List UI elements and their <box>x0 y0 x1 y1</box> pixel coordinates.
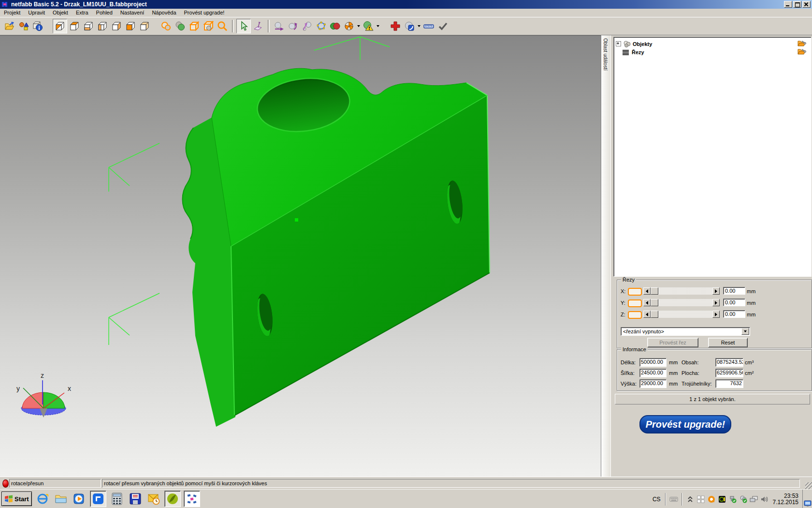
expand-icon[interactable] <box>616 41 621 46</box>
measure-icon[interactable] <box>422 19 435 33</box>
scroll-left-icon[interactable] <box>643 287 651 295</box>
scroll-right-icon[interactable] <box>712 299 720 306</box>
cut-y-value-input[interactable] <box>723 299 745 306</box>
save-floppy-icon[interactable] <box>128 491 143 507</box>
scroll-right-icon[interactable] <box>712 311 720 318</box>
zoom-icon[interactable] <box>216 19 229 33</box>
menu-objekt[interactable]: Objekt <box>49 9 72 17</box>
nvidia-icon[interactable] <box>718 495 726 504</box>
repair-warning-dropdown-icon[interactable] <box>376 19 380 33</box>
triangles-value[interactable]: 7632 <box>715 379 743 388</box>
object-tree[interactable]: Objekty Řezy <box>613 37 812 277</box>
show-desktop-button[interactable] <box>802 490 812 508</box>
repair-warning-icon[interactable] <box>362 19 375 33</box>
menu-upravit[interactable]: Upravit <box>24 9 49 17</box>
view-top-icon[interactable] <box>68 19 81 33</box>
view-front-icon[interactable] <box>124 19 137 33</box>
tree-item-objects[interactable]: Objekty <box>616 40 808 48</box>
cut-z-value-input[interactable] <box>723 310 745 318</box>
scroll-thumb[interactable] <box>651 311 658 318</box>
scroll-thumb[interactable] <box>651 299 658 306</box>
collision-icon[interactable] <box>328 19 342 33</box>
menu-projekt[interactable]: Projekt <box>0 9 24 17</box>
cut-mode-select[interactable]: <řezání vypnuto> <box>621 327 750 336</box>
file-explorer-icon[interactable] <box>53 491 69 507</box>
scroll-right-icon[interactable] <box>712 287 720 295</box>
project-info-icon[interactable] <box>31 19 44 33</box>
select-cursor-icon[interactable] <box>236 19 251 33</box>
menu-napoveda[interactable]: Nápověda <box>148 9 180 17</box>
volume-icon[interactable] <box>760 495 769 504</box>
platform-icon[interactable] <box>188 19 201 33</box>
width-value[interactable]: 24500.00 <box>639 369 667 377</box>
rotate-part-icon[interactable] <box>286 19 300 33</box>
validate-icon[interactable] <box>436 19 450 33</box>
clock[interactable]: 23:53 7.12.2015 <box>773 493 798 506</box>
minimize-button[interactable] <box>784 1 792 8</box>
keyboard-icon[interactable] <box>669 495 678 504</box>
volume-value[interactable]: 0875243.52 <box>715 358 743 367</box>
scroll-track[interactable] <box>658 287 712 295</box>
cut-tool-icon[interactable] <box>342 19 356 33</box>
open-project-icon[interactable] <box>3 19 16 33</box>
select-parts-icon[interactable] <box>160 19 173 33</box>
calculator-icon[interactable] <box>109 491 125 507</box>
network-icon[interactable] <box>750 495 758 504</box>
scroll-left-icon[interactable] <box>643 299 651 306</box>
view-iso-icon[interactable] <box>53 19 67 33</box>
open-folder-settings-icon[interactable] <box>798 48 806 55</box>
media-player-icon[interactable] <box>72 491 87 507</box>
part-in-box-icon[interactable] <box>202 19 215 33</box>
scroll-thumb[interactable] <box>651 287 658 295</box>
free-select-icon[interactable] <box>314 19 328 33</box>
area-value[interactable]: 6259906.56 <box>715 369 743 377</box>
view-left-icon[interactable] <box>96 19 109 33</box>
netfabb-taskbar-icon[interactable] <box>184 491 200 507</box>
sync-status-icon[interactable] <box>739 495 748 504</box>
upgrade-button[interactable]: Provést upgrade! <box>639 415 731 433</box>
windows-tray-icon[interactable] <box>696 495 705 504</box>
scale-part-icon[interactable] <box>300 19 314 33</box>
view-bottom-icon[interactable] <box>82 19 95 33</box>
cut-x-value-input[interactable] <box>723 287 745 295</box>
open-folder-settings-icon[interactable] <box>798 40 806 47</box>
add-icon[interactable] <box>389 19 402 33</box>
dropdown-arrow-icon[interactable] <box>741 328 749 335</box>
rotate-view-icon[interactable] <box>251 19 265 33</box>
scroll-track[interactable] <box>658 299 712 306</box>
reset-button[interactable]: Reset <box>708 338 748 347</box>
cut-y-scrollbar[interactable] <box>643 299 720 306</box>
viewport-3d[interactable]: z y x <box>0 35 601 477</box>
cut-tool-dropdown-icon[interactable] <box>356 19 361 33</box>
length-value[interactable]: 50000.00 <box>639 358 667 367</box>
view-right-icon[interactable] <box>110 19 123 33</box>
menu-upgrade[interactable]: Provést upgrade! <box>180 9 229 17</box>
cut-x-scrollbar[interactable] <box>643 287 720 295</box>
cut-y-toggle[interactable] <box>628 299 642 307</box>
start-button[interactable]: Start <box>1 492 32 506</box>
scroll-track[interactable] <box>658 311 712 318</box>
cut-z-toggle[interactable] <box>628 311 642 319</box>
tray-expand-icon[interactable] <box>686 495 695 504</box>
resize-grip[interactable] <box>805 482 812 489</box>
maxthon-browser-icon[interactable] <box>90 491 106 507</box>
view-back-icon[interactable] <box>138 19 151 33</box>
height-value[interactable]: 29000.00 <box>639 379 667 388</box>
execute-cut-button[interactable]: Provést řez <box>647 338 698 347</box>
repair-icon[interactable] <box>403 19 416 33</box>
menu-nastaveni[interactable]: Nastavení <box>116 9 148 17</box>
close-button[interactable] <box>802 1 811 8</box>
usb-safely-remove-icon[interactable] <box>728 495 737 504</box>
model-part[interactable] <box>183 68 490 427</box>
cut-x-toggle[interactable] <box>628 288 642 296</box>
part-green-icon[interactable] <box>174 19 187 33</box>
internet-explorer-icon[interactable] <box>35 491 50 507</box>
maximize-button[interactable] <box>793 1 801 8</box>
add-part-icon[interactable] <box>17 19 30 33</box>
language-indicator[interactable]: CS <box>652 496 661 503</box>
cut-z-scrollbar[interactable] <box>643 311 720 318</box>
move-part-icon[interactable] <box>272 19 286 33</box>
scroll-left-icon[interactable] <box>643 311 651 318</box>
tree-item-cuts[interactable]: Řezy <box>616 48 808 56</box>
slicer-icon[interactable] <box>164 491 181 507</box>
